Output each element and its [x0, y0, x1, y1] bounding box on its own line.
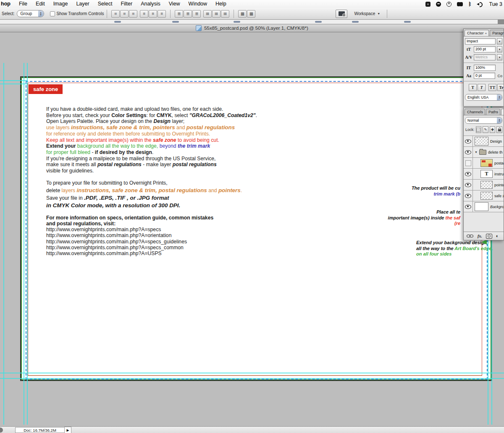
- tab-paragraph[interactable]: Paragrap: [490, 30, 504, 36]
- close-icon[interactable]: ×: [485, 31, 487, 35]
- layer-row[interactable]: Tinstruc: [464, 169, 504, 180]
- dropdown-arrow-icon[interactable]: ▼: [497, 38, 502, 44]
- faux-bold-button[interactable]: T: [469, 84, 477, 91]
- document-size-field[interactable]: Doc: 16.7M/36.2M: [15, 427, 65, 433]
- group-expand-caret-icon[interactable]: ▼: [475, 151, 478, 154]
- visibility-toggle[interactable]: [464, 190, 473, 201]
- distribute-button[interactable]: ≣: [212, 10, 220, 18]
- distribute-button[interactable]: ≣: [192, 10, 201, 18]
- vertical-scale-field[interactable]: 100%: [474, 65, 496, 71]
- visibility-toggle[interactable]: [464, 201, 473, 212]
- guide-line-vertical[interactable]: [3, 63, 4, 425]
- layer-thumbnail[interactable]: [480, 159, 493, 167]
- align-button[interactable]: ≡: [111, 10, 120, 18]
- visibility-toggle[interactable]: [464, 147, 473, 157]
- layer-mask-button[interactable]: [486, 234, 492, 239]
- guide-line-horizontal[interactable]: [0, 378, 504, 379]
- layer-thumbnail[interactable]: [475, 202, 488, 211]
- tab-character[interactable]: Character ×: [465, 30, 489, 36]
- guide-line-horizontal[interactable]: [0, 373, 504, 373]
- kerning-field[interactable]: Metrics: [474, 54, 496, 60]
- align-button[interactable]: ≡: [158, 10, 166, 18]
- align-button[interactable]: ≡: [149, 10, 157, 18]
- dropdown-arrow-icon[interactable]: ▼: [497, 46, 502, 52]
- layer-thumbnail[interactable]: [480, 181, 493, 189]
- language-dropdown[interactable]: English: USA ▲▼: [465, 94, 502, 101]
- lock-pixels-button[interactable]: ✎: [483, 126, 488, 133]
- menu-item-select[interactable]: Select: [94, 0, 117, 8]
- text-run: Keep all text and important image(s) wit…: [46, 137, 153, 143]
- adjustment-layer-button[interactable]: ◐: [496, 234, 499, 238]
- menu-item-edit[interactable]: Edit: [32, 0, 49, 8]
- layer-row[interactable]: safe zo: [464, 190, 504, 201]
- layer-row[interactable]: Design: [464, 136, 504, 147]
- layer-thumbnail[interactable]: [475, 137, 488, 146]
- menu-item-hop[interactable]: hop: [0, 0, 15, 8]
- character-panel: Character × Paragrap Impact ▼ tT 200 pt …: [463, 29, 504, 107]
- spotlight-binoculars-icon[interactable]: [457, 2, 463, 6]
- align-button[interactable]: ≡: [129, 10, 137, 18]
- show-transform-controls-checkbox[interactable]: [50, 11, 55, 16]
- distribute-button[interactable]: ≣: [221, 10, 229, 18]
- menu-item-analysis[interactable]: Analysis: [136, 0, 165, 8]
- text-run: Open Layers Palette. Place your design o…: [46, 118, 153, 124]
- visibility-toggle[interactable]: [464, 169, 473, 179]
- blend-mode-dropdown[interactable]: Normal ▲▼: [465, 117, 502, 124]
- layer-row[interactable]: pointe: [464, 180, 504, 190]
- visibility-toggle[interactable]: [464, 158, 473, 168]
- distribute-button[interactable]: ≣: [175, 10, 183, 18]
- menu-item-help[interactable]: Help: [211, 0, 231, 8]
- visibility-toggle[interactable]: [464, 180, 473, 190]
- all-caps-button[interactable]: TT: [488, 84, 496, 91]
- baseline-shift-field[interactable]: 0 pt: [474, 73, 495, 79]
- text-run: make sure it meets all: [46, 162, 97, 167]
- distribute-button[interactable]: ≣: [184, 10, 192, 18]
- tab-layers[interactable]: La: [501, 109, 504, 115]
- align-button[interactable]: ≡: [140, 10, 148, 18]
- time-machine-icon[interactable]: [446, 2, 452, 7]
- align-button[interactable]: ≡: [120, 10, 129, 18]
- messages-icon[interactable]: [436, 2, 441, 7]
- lock-all-button[interactable]: [496, 126, 502, 133]
- layer-thumbnail[interactable]: [480, 192, 493, 200]
- go-to-bridge-button[interactable]: [336, 10, 347, 18]
- menu-item-view[interactable]: View: [165, 0, 184, 8]
- distribute-button[interactable]: ≣: [203, 10, 212, 18]
- lock-position-button[interactable]: ✚: [490, 126, 496, 133]
- small-caps-button[interactable]: Tr: [497, 84, 504, 91]
- guide-line-vertical[interactable]: [24, 63, 24, 425]
- workspace-dropdown[interactable]: Workspace ▼: [354, 11, 380, 16]
- status-options-button[interactable]: ▶: [64, 427, 71, 433]
- layer-style-button[interactable]: fx.: [478, 234, 482, 238]
- menu-item-file[interactable]: File: [15, 0, 32, 8]
- canvas-artboard[interactable]: safe zone If you have a double-sided car…: [20, 76, 492, 381]
- guide-line-vertical[interactable]: [27, 63, 28, 425]
- tab-paths[interactable]: Paths: [486, 109, 500, 115]
- layer-row[interactable]: Backgroun: [464, 201, 504, 212]
- font-size-field[interactable]: 200 pt: [474, 46, 496, 52]
- layer-thumbnail[interactable]: T: [480, 170, 493, 178]
- font-family-field[interactable]: Impact: [465, 38, 496, 44]
- bluetooth-icon[interactable]: ᛒ: [468, 2, 471, 7]
- layer-row[interactable]: postal: [464, 158, 504, 169]
- menu-item-filter[interactable]: Filter: [116, 0, 136, 8]
- lock-transparency-button[interactable]: [476, 126, 482, 133]
- link-layers-button[interactable]: [467, 235, 474, 238]
- volume-icon[interactable]: [477, 2, 483, 7]
- menu-item-window[interactable]: Window: [184, 0, 211, 8]
- menu-item-image[interactable]: Image: [49, 0, 72, 8]
- visibility-toggle[interactable]: [464, 136, 473, 146]
- faux-italic-button[interactable]: T: [478, 84, 486, 91]
- select-mode-dropdown[interactable]: Group ▲▼: [17, 10, 44, 17]
- menu-clock[interactable]: Tue 3: [489, 1, 502, 7]
- dropdown-arrow-icon[interactable]: ▼: [497, 54, 502, 60]
- layer-row[interactable]: ▼delete th: [464, 147, 504, 158]
- guide-line-horizontal[interactable]: [0, 80, 28, 81]
- menu-item-layer[interactable]: Layer: [72, 0, 93, 8]
- app-badge-icon[interactable]: [425, 2, 430, 7]
- tab-channels[interactable]: Channels: [465, 109, 485, 115]
- document-title-bar[interactable]: 55x85_postcard.psd @ 50% (Layer 1, CMYK/…: [0, 24, 504, 32]
- guide-line-horizontal[interactable]: [0, 83, 28, 84]
- auto-align-button[interactable]: ▦: [238, 10, 247, 18]
- auto-align-button[interactable]: ▦: [247, 10, 255, 18]
